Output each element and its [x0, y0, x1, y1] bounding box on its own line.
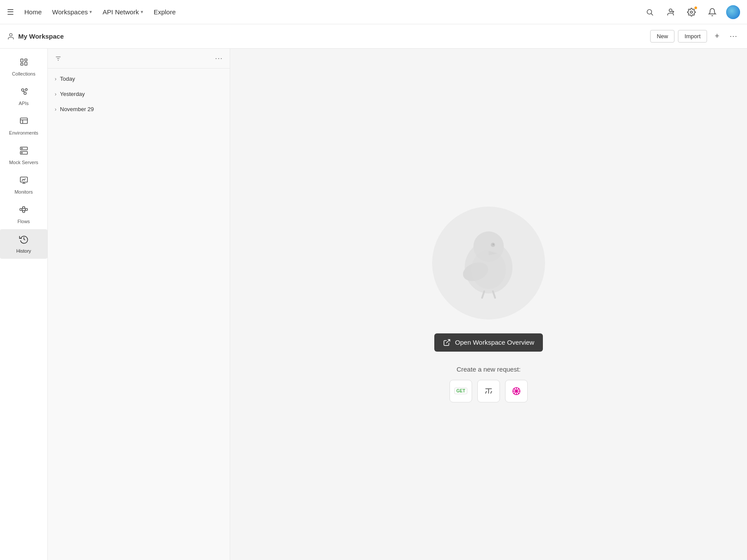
history-list: › Today › Yesterday › November 29 — [48, 69, 230, 560]
svg-rect-27 — [23, 211, 25, 213]
settings-notification-dot — [694, 6, 697, 10]
collections-label: Collections — [12, 71, 36, 76]
settings-button[interactable] — [684, 5, 698, 19]
search-icon — [646, 8, 654, 16]
nav-workspaces[interactable]: Workspaces ▾ — [52, 8, 92, 16]
history-search-input[interactable] — [65, 55, 212, 62]
svg-rect-26 — [23, 207, 25, 209]
svg-line-1 — [651, 13, 653, 15]
user-avatar[interactable] — [726, 5, 740, 19]
flows-icon — [19, 205, 29, 217]
svg-point-0 — [647, 10, 652, 14]
history-group-nov29-header[interactable]: › November 29 — [48, 102, 230, 116]
workspace-name: My Workspace — [18, 33, 64, 40]
more-icon: ··· — [730, 32, 737, 41]
menu-icon[interactable]: ☰ — [7, 7, 14, 17]
sidebar-item-flows[interactable]: Flows — [0, 200, 47, 229]
chevron-right-icon: › — [55, 76, 56, 82]
sidebar-item-history[interactable]: History — [0, 229, 47, 259]
graphql-request-button[interactable] — [505, 380, 528, 402]
yesterday-label: Yesterday — [60, 91, 85, 97]
environments-icon — [19, 116, 29, 128]
svg-point-12 — [24, 92, 26, 95]
main-content: Open Workspace Overview Create a new req… — [230, 49, 747, 560]
history-panel-header: ··· — [48, 49, 230, 69]
avatar-image — [726, 5, 740, 19]
svg-rect-25 — [20, 208, 22, 211]
sidebar-item-environments[interactable]: Environments — [0, 111, 47, 141]
collections-icon — [19, 57, 29, 69]
nov29-label: November 29 — [60, 106, 94, 112]
environments-label: Environments — [9, 130, 38, 135]
add-user-icon — [666, 8, 675, 16]
apis-icon — [19, 87, 29, 99]
svg-point-13 — [25, 89, 27, 91]
get-request-button[interactable]: GET — [450, 380, 472, 402]
svg-line-32 — [24, 210, 25, 212]
graphql-icon — [512, 386, 521, 396]
import-button[interactable]: Import — [678, 30, 707, 43]
svg-line-14 — [23, 91, 25, 92]
svg-point-20 — [21, 148, 22, 149]
svg-point-41 — [492, 244, 494, 245]
history-label: History — [16, 248, 31, 254]
http-icon — [484, 386, 493, 396]
svg-point-2 — [669, 9, 672, 12]
svg-point-42 — [471, 250, 506, 289]
create-request-label: Create a new request: — [456, 366, 521, 373]
sidebar-item-apis[interactable]: APIs — [0, 82, 47, 111]
history-group-today: › Today — [48, 72, 230, 86]
user-icon — [7, 33, 15, 40]
svg-rect-7 — [20, 59, 23, 62]
svg-rect-9 — [20, 63, 23, 66]
svg-line-45 — [446, 339, 450, 343]
svg-line-29 — [22, 208, 23, 210]
svg-point-11 — [21, 89, 24, 92]
sidebar-item-collections[interactable]: Collections — [0, 52, 47, 82]
main-layout: Collections APIs Environm — [0, 49, 747, 560]
plus-icon: + — [715, 32, 720, 41]
mock-servers-icon — [19, 146, 29, 158]
sidebar-item-monitors[interactable]: Monitors — [0, 170, 47, 200]
mock-servers-label: Mock Servers — [9, 160, 38, 165]
svg-rect-15 — [20, 118, 27, 124]
filter-icon — [55, 55, 62, 62]
nav-explore[interactable]: Explore — [154, 8, 176, 16]
history-panel-more-button[interactable]: ··· — [215, 54, 223, 63]
svg-point-21 — [21, 152, 22, 153]
postman-illustration — [432, 207, 545, 320]
history-group-today-header[interactable]: › Today — [48, 72, 230, 86]
bird-svg — [450, 224, 528, 302]
sidebar: Collections APIs Environm — [0, 49, 48, 560]
sidebar-item-mock-servers[interactable]: Mock Servers — [0, 141, 47, 170]
open-workspace-overview-button[interactable]: Open Workspace Overview — [434, 333, 543, 352]
request-type-buttons: GET — [450, 380, 528, 402]
add-collaborator-button[interactable] — [664, 5, 678, 19]
history-group-yesterday-header[interactable]: › Yesterday — [48, 87, 230, 101]
open-workspace-label: Open Workspace Overview — [455, 339, 534, 346]
svg-line-31 — [24, 208, 25, 210]
svg-rect-28 — [25, 208, 27, 211]
new-button[interactable]: New — [650, 30, 674, 43]
svg-rect-10 — [24, 62, 27, 65]
svg-point-5 — [691, 11, 693, 13]
http-request-button[interactable] — [477, 380, 500, 402]
add-button[interactable]: + — [711, 30, 724, 43]
chevron-right-icon: › — [55, 106, 56, 112]
bell-icon — [708, 8, 717, 16]
more-options-button[interactable]: ··· — [727, 30, 740, 43]
svg-point-6 — [10, 33, 12, 36]
nav-home[interactable]: Home — [24, 8, 42, 16]
flows-label: Flows — [17, 219, 30, 224]
chevron-down-icon: ▾ — [141, 9, 143, 15]
today-label: Today — [60, 76, 75, 82]
monitors-label: Monitors — [14, 189, 33, 194]
workspace-bar: My Workspace New Import + ··· — [0, 24, 747, 49]
notifications-button[interactable] — [705, 5, 719, 19]
search-button[interactable] — [643, 5, 657, 19]
chevron-down-icon: ▾ — [89, 9, 92, 15]
nav-api-network[interactable]: API Network ▾ — [102, 8, 143, 16]
external-link-icon — [443, 339, 451, 346]
svg-line-49 — [491, 391, 492, 394]
svg-line-30 — [22, 210, 23, 212]
